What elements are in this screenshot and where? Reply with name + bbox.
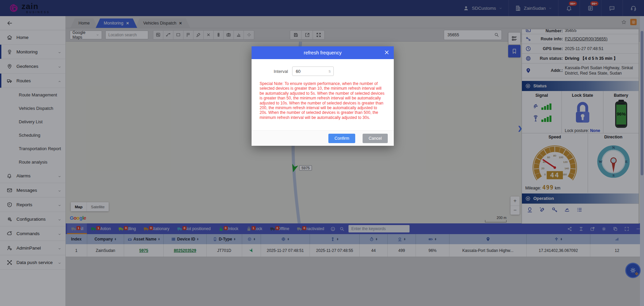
cancel-button[interactable]: Cancel [363,134,388,143]
interval-label: Interval [274,69,288,74]
modal-header: refresh frequency [252,46,394,59]
close-icon[interactable] [384,49,390,55]
modal-title: refresh frequency [304,50,342,55]
interval-input[interactable] [292,67,334,76]
modal-footer: Confirm Cancel [252,130,394,146]
special-note-text: Special Note: To ensure system performan… [260,81,386,120]
modal-overlay [0,0,644,306]
interval-unit: s [329,69,331,74]
confirm-button[interactable]: Confirm [328,134,355,143]
refresh-frequency-modal: refresh frequency Interval s Special Not… [252,46,394,146]
modal-body: Interval s Special Note: To ensure syste… [252,59,394,130]
